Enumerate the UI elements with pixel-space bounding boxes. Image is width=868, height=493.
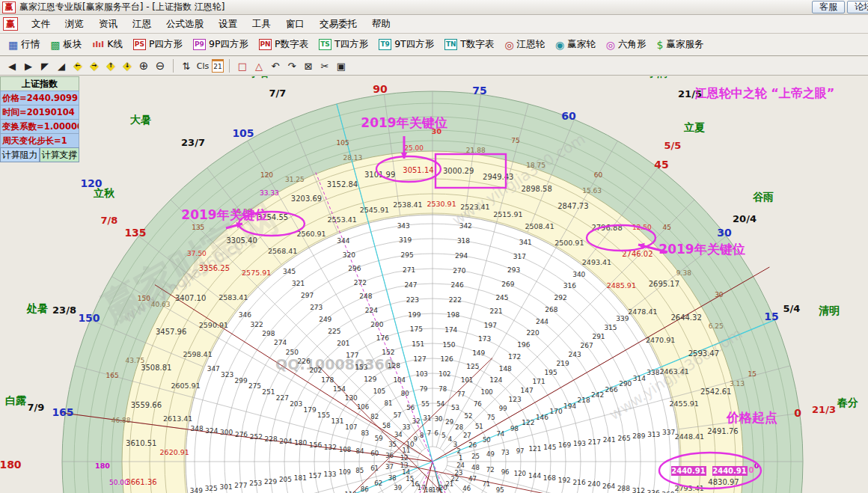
svg-text:345: 345 xyxy=(283,268,296,275)
svg-text:273: 273 xyxy=(310,304,323,311)
draw-rotate-ccw-button[interactable]: ↶ xyxy=(268,58,283,73)
draw-rotate-cw-button[interactable]: ↷ xyxy=(284,58,299,73)
svg-text:38: 38 xyxy=(388,474,397,482)
svg-text:146: 146 xyxy=(536,414,548,421)
svg-text:152: 152 xyxy=(382,349,394,356)
svg-text:265: 265 xyxy=(617,435,630,442)
svg-text:178: 178 xyxy=(321,376,334,384)
draw-page-button[interactable]: ▣ xyxy=(334,58,349,73)
title-bar: 赢 赢家江恩专业版[赢家服务平台] - [上证指数 江恩轮] 客服论坛 xyxy=(0,0,868,15)
svg-text:99: 99 xyxy=(499,405,507,412)
svg-text:3305.40: 3305.40 xyxy=(226,236,257,245)
svg-text:296: 296 xyxy=(348,265,361,272)
menu-gann[interactable]: 江恩 xyxy=(125,16,159,32)
toolbar-hexagon-button[interactable]: ◎六角形 xyxy=(601,36,652,53)
draw-pan-right-button[interactable]: ◆→ xyxy=(87,58,102,73)
svg-text:194: 194 xyxy=(563,402,576,410)
draw-prev-button[interactable]: ◀ xyxy=(4,58,19,73)
menu-trade[interactable]: 交易委托 xyxy=(312,16,364,32)
kefu-button[interactable]: 客服 xyxy=(812,1,845,13)
toolbar-9p-square-button[interactable]: P99P四方形 xyxy=(188,36,254,53)
draw-down-button[interactable]: ◢ xyxy=(54,58,69,73)
menu-tools[interactable]: 工具 xyxy=(245,16,278,32)
draw-zoom-in-button[interactable]: ⊕ xyxy=(136,58,151,73)
svg-text:292: 292 xyxy=(554,294,567,301)
draw-rect-tool-button[interactable]: □ xyxy=(235,58,250,73)
toolbar-p-table-button[interactable]: PNP数字表 xyxy=(254,36,314,53)
svg-text:2575.91: 2575.91 xyxy=(242,269,271,277)
menu-window[interactable]: 窗口 xyxy=(278,16,312,32)
svg-text:223: 223 xyxy=(406,296,419,304)
toolbar-gann-wheel-button[interactable]: ◎江恩轮 xyxy=(499,36,550,53)
draw-triangle-tool-button[interactable]: △ xyxy=(251,58,266,73)
svg-text:3610.51: 3610.51 xyxy=(126,439,156,447)
svg-text:立秋: 立秋 xyxy=(93,187,115,199)
svg-text:219: 219 xyxy=(557,360,569,367)
toolbar-p-square-button[interactable]: PSP四方形 xyxy=(128,36,188,53)
svg-text:176: 176 xyxy=(376,334,389,342)
luntan-button[interactable]: 论坛 xyxy=(847,1,868,13)
svg-text:249: 249 xyxy=(319,316,331,323)
svg-text:5/5: 5/5 xyxy=(664,140,682,151)
svg-text:177: 177 xyxy=(346,352,358,359)
toolbar-winner-wheel-button[interactable]: ◉赢家轮 xyxy=(550,36,601,53)
draw-cls-button[interactable]: Cls xyxy=(195,58,210,73)
svg-text:165: 165 xyxy=(106,372,119,379)
svg-text:101: 101 xyxy=(461,376,473,384)
svg-text:343: 343 xyxy=(397,222,410,230)
toolbar-sectors-button[interactable]: ▩板块 xyxy=(45,36,87,53)
calc-support-button[interactable]: 计算支撑 xyxy=(40,147,79,162)
menu-news[interactable]: 资讯 xyxy=(91,16,125,32)
toolbar-quotes-button[interactable]: ▦行情 xyxy=(3,36,45,53)
toolbar-9t-square-button[interactable]: T99T四方形 xyxy=(373,36,439,53)
svg-text:144: 144 xyxy=(528,472,541,480)
svg-text:46.88: 46.88 xyxy=(111,417,131,424)
svg-text:180: 180 xyxy=(294,439,307,447)
svg-text:197: 197 xyxy=(484,322,497,329)
svg-text:2491.76: 2491.76 xyxy=(707,427,738,435)
svg-text:318: 318 xyxy=(457,237,470,245)
titlebar-buttons: 客服论坛 xyxy=(812,1,868,13)
svg-text:2583.41: 2583.41 xyxy=(218,293,248,301)
draw-pan-down-button[interactable]: ◆↓ xyxy=(120,58,135,73)
svg-text:6.25: 6.25 xyxy=(709,322,724,330)
draw-next-button[interactable]: ▶ xyxy=(21,58,36,73)
draw-box-x-button[interactable]: ⊠ xyxy=(301,58,316,73)
menu-formula[interactable]: 公式选股 xyxy=(159,16,211,32)
menu-browse[interactable]: 浏览 xyxy=(58,16,91,32)
svg-text:181: 181 xyxy=(294,474,307,482)
svg-text:2440.91: 2440.91 xyxy=(671,467,706,475)
draw-up-button[interactable]: ◤ xyxy=(37,58,52,73)
svg-text:135: 135 xyxy=(124,227,146,239)
svg-text:220: 220 xyxy=(527,329,540,337)
svg-text:76: 76 xyxy=(474,400,482,408)
calc-resistance-button[interactable]: 计算阻力 xyxy=(0,147,40,162)
menu-settings[interactable]: 设置 xyxy=(211,16,245,32)
svg-text:81: 81 xyxy=(385,399,393,407)
svg-text:172: 172 xyxy=(508,353,521,361)
svg-text:2485.91: 2485.91 xyxy=(607,281,636,290)
svg-text:2545.91: 2545.91 xyxy=(360,206,389,214)
svg-text:21.88: 21.88 xyxy=(466,147,486,154)
svg-text:2898.58: 2898.58 xyxy=(521,185,551,193)
menu-help[interactable]: 帮助 xyxy=(364,16,398,32)
svg-text:3203.69: 3203.69 xyxy=(291,195,322,203)
draw-pan-up-button[interactable]: ◆↑ xyxy=(103,58,118,73)
draw-pan-left-button[interactable]: ◆← xyxy=(70,58,85,73)
svg-text:61: 61 xyxy=(370,465,379,472)
gann-wheel-chart[interactable]: QQ:100080360www.yingjia360.comwww.yingji… xyxy=(0,76,868,493)
draw-updown-button[interactable]: ⇅ xyxy=(179,58,194,73)
menu-file[interactable]: 文件 xyxy=(24,16,58,32)
toolbar-t-table-button[interactable]: TNT数字表 xyxy=(439,36,499,53)
draw-shrink-button[interactable]: ✂ xyxy=(317,58,332,73)
svg-text:316: 316 xyxy=(563,282,576,290)
draw-zoom-out-button[interactable]: ⊖ xyxy=(153,58,168,73)
svg-text:价格起点: 价格起点 xyxy=(726,410,777,425)
svg-text:270: 270 xyxy=(453,267,465,275)
svg-text:2593.47: 2593.47 xyxy=(688,349,719,358)
toolbar-service-button[interactable]: $赢家服务 xyxy=(652,36,709,53)
toolbar-t-square-button[interactable]: TST四方形 xyxy=(314,36,373,53)
toolbar-kline-button[interactable]: ıIıIK线 xyxy=(87,36,127,53)
draw-calendar-button[interactable]: 21 xyxy=(212,59,224,73)
svg-text:45: 45 xyxy=(663,224,671,231)
